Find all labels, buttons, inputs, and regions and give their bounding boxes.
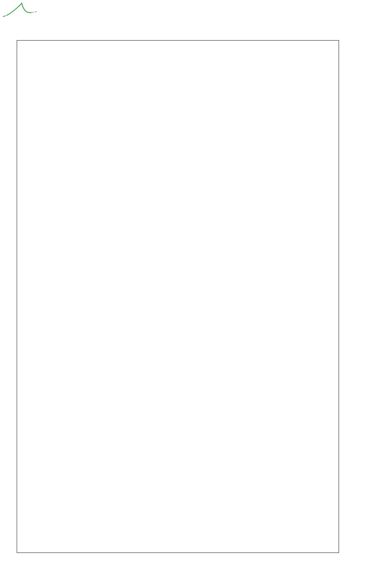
logo-dash-left xyxy=(3,16,6,17)
spectrogram-page xyxy=(0,0,392,581)
opgc-logo xyxy=(2,2,42,21)
spectrogram-plot xyxy=(17,40,339,553)
spectrogram-canvas xyxy=(17,41,339,553)
logo-mountain-curve xyxy=(6,3,32,16)
logo-dash-right xyxy=(32,11,38,12)
seismogram-trace xyxy=(359,41,392,553)
